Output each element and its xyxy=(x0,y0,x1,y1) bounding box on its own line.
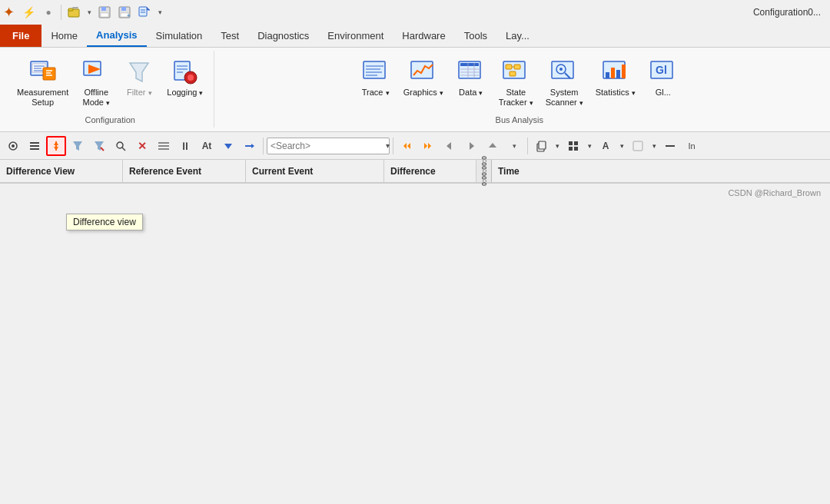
tb-in-btn[interactable]: In xyxy=(682,136,702,156)
qa-dropdown[interactable]: ▾ xyxy=(155,3,164,22)
menu-environment[interactable]: Environment xyxy=(318,25,393,47)
time-ruler-header: 0:00:00:0 xyxy=(476,160,492,182)
toolbar-row: ✕ ⏸ At ▾ ▾ ▾ ▾ A ▾ ▾ xyxy=(0,132,830,160)
menu-layout[interactable]: Lay... xyxy=(496,25,539,47)
tb-btn-filter2[interactable] xyxy=(68,136,88,156)
tb-nav-right[interactable] xyxy=(461,136,481,156)
system-scanner-icon xyxy=(549,57,579,88)
search-dropdown-arrow[interactable]: ▾ xyxy=(386,141,390,150)
save-btn[interactable] xyxy=(95,3,114,22)
tb-color-btn[interactable] xyxy=(628,136,648,156)
svg-marker-86 xyxy=(447,142,451,150)
tb-btn-lines[interactable] xyxy=(154,136,174,156)
tb-grid-btn[interactable] xyxy=(563,136,583,156)
svg-rect-58 xyxy=(611,68,615,78)
svg-rect-34 xyxy=(364,61,385,78)
search-input[interactable] xyxy=(271,141,386,151)
svg-marker-84 xyxy=(428,143,431,149)
measurement-setup-label: MeasurementSetup xyxy=(17,88,68,108)
svg-point-54 xyxy=(559,68,563,71)
filter-label: Filter ▾ xyxy=(127,88,152,98)
tb-nav-dropdown[interactable]: ▾ xyxy=(504,136,524,156)
svg-rect-57 xyxy=(606,72,609,78)
measurement-setup-btn[interactable]: MeasurementSetup xyxy=(12,54,73,111)
graphics-btn[interactable]: Graphics ▾ xyxy=(399,54,448,101)
tb-nav-jump-right[interactable] xyxy=(418,136,438,156)
svg-marker-85 xyxy=(424,143,427,149)
tb-btn-list[interactable] xyxy=(25,136,45,156)
logging-btn[interactable]: Logging ▾ xyxy=(162,54,208,101)
tb-nav-left[interactable] xyxy=(440,136,460,156)
svg-rect-66 xyxy=(30,145,39,147)
tb-copy-dropdown[interactable]: ▾ xyxy=(553,136,562,156)
menu-file[interactable]: File xyxy=(0,25,42,47)
col-header-curr-event: Current Event xyxy=(246,160,384,182)
filter-icon xyxy=(124,57,154,88)
svg-rect-49 xyxy=(514,65,520,69)
tb-btn-pause[interactable]: ⏸ xyxy=(175,136,195,156)
difference-view-tooltip: Difference view xyxy=(66,214,143,230)
offline-mode-btn[interactable]: OfflineMode ▾ xyxy=(76,54,116,111)
menu-hardware[interactable]: Hardware xyxy=(393,25,454,47)
tb-color-dropdown[interactable]: ▾ xyxy=(649,136,659,156)
svg-marker-81 xyxy=(251,144,254,148)
graphics-label: Graphics ▾ xyxy=(403,88,443,98)
tb-btn-at[interactable]: At xyxy=(197,136,217,156)
lightning-btn[interactable]: ⚡ xyxy=(19,3,38,22)
svg-rect-76 xyxy=(158,142,169,144)
filter-btn[interactable]: Filter ▾ xyxy=(119,54,159,101)
configuration-group-items: MeasurementSetup OfflineMode ▾ xyxy=(12,54,208,112)
tb-btn-down-arrow[interactable] xyxy=(218,136,238,156)
open-btn[interactable] xyxy=(65,3,83,22)
tb-nav-jump-left[interactable] xyxy=(397,136,417,156)
svg-rect-51 xyxy=(510,71,516,76)
tb-btn-filter3[interactable] xyxy=(89,136,109,156)
open-dropdown[interactable]: ▾ xyxy=(85,3,94,22)
bus-analysis-label: Bus Analysis xyxy=(496,112,543,124)
tb-font-btn[interactable]: A xyxy=(596,136,616,156)
tb-btn-eye[interactable] xyxy=(3,136,23,156)
toolbar-separator1 xyxy=(263,138,264,154)
svg-point-33 xyxy=(188,75,194,81)
difference-view-btn[interactable] xyxy=(46,136,66,156)
tb-font-dropdown[interactable]: ▾ xyxy=(617,136,626,156)
statistics-btn[interactable]: Statistics ▾ xyxy=(591,54,640,101)
tb-btn-search[interactable] xyxy=(111,136,131,156)
statistics-icon xyxy=(600,57,631,88)
col-header-time: Time xyxy=(492,166,526,177)
record-btn[interactable]: ● xyxy=(39,3,58,22)
system-scanner-btn[interactable]: SystemScanner ▾ xyxy=(541,54,588,111)
grid-area: Difference View Reference Event Current … xyxy=(0,160,830,183)
svg-rect-1 xyxy=(68,8,73,11)
svg-marker-87 xyxy=(470,142,474,150)
gl-btn[interactable]: Gl Gl... xyxy=(643,54,683,101)
svg-rect-39 xyxy=(411,61,433,78)
footer-text: CSDN @Richard_Brown xyxy=(728,188,821,197)
menu-test[interactable]: Test xyxy=(211,25,248,47)
tb-btn-right-arrow-blue[interactable] xyxy=(240,136,260,156)
state-tracker-btn[interactable]: StateTracker ▾ xyxy=(494,54,538,111)
data-btn[interactable]: Data ▾ xyxy=(451,54,491,101)
svg-rect-93 xyxy=(569,147,573,151)
svg-rect-2 xyxy=(72,7,78,8)
menu-simulation[interactable]: Simulation xyxy=(147,25,212,47)
save-as-btn[interactable]: + xyxy=(115,3,134,22)
tb-btn-delete[interactable]: ✕ xyxy=(132,136,152,156)
statistics-label: Statistics ▾ xyxy=(596,88,636,98)
svg-rect-41 xyxy=(460,63,479,66)
search-box[interactable]: ▾ xyxy=(267,138,390,154)
menu-diagnostics[interactable]: Diagnostics xyxy=(248,25,318,47)
tb-copy-btn[interactable] xyxy=(531,136,551,156)
export-btn[interactable] xyxy=(135,3,154,22)
col-header-difference: Difference xyxy=(384,160,476,182)
tb-nav-up[interactable] xyxy=(483,136,503,156)
menu-analysis[interactable]: Analysis xyxy=(87,25,146,47)
tb-line-btn[interactable] xyxy=(660,136,680,156)
svg-text:+: + xyxy=(127,13,130,18)
menu-home[interactable]: Home xyxy=(42,25,87,47)
trace-btn[interactable]: Trace ▾ xyxy=(356,54,396,101)
data-label: Data ▾ xyxy=(459,88,483,98)
menu-tools[interactable]: Tools xyxy=(455,25,496,47)
tb-grid-dropdown[interactable]: ▾ xyxy=(585,136,594,156)
quick-access-toolbar: ✦ ⚡ ● ▾ + ▾ Configuration0... xyxy=(0,0,830,25)
